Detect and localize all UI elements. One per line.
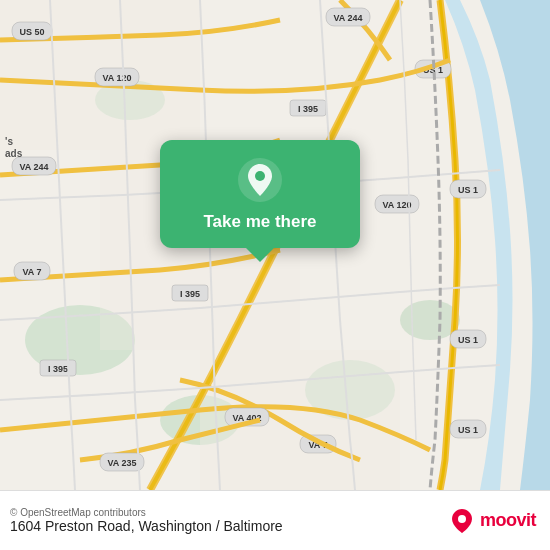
svg-text:'s: 's [5,136,13,147]
svg-text:ads: ads [5,148,23,159]
svg-text:VA 235: VA 235 [107,458,136,468]
svg-text:I 395: I 395 [180,289,200,299]
take-me-there-button[interactable]: Take me there [203,212,316,232]
svg-point-45 [458,515,466,523]
moovit-pin-icon [448,507,476,535]
svg-text:VA 244: VA 244 [19,162,48,172]
map-attribution: © OpenStreetMap contributors [10,507,283,518]
moovit-logo: moovit [448,507,536,535]
svg-text:US 1: US 1 [458,335,478,345]
map-view: I 395 I 395 I 395 US 1 US 1 US 1 US 1 VA… [0,0,550,490]
svg-text:VA 7: VA 7 [22,267,41,277]
bottom-bar: © OpenStreetMap contributors 1604 Presto… [0,490,550,550]
location-pin-icon [238,158,282,202]
moovit-brand-label: moovit [480,510,536,531]
navigation-popup[interactable]: Take me there [160,140,360,248]
address-label: 1604 Preston Road, Washington / Baltimor… [10,518,283,534]
svg-point-44 [255,171,265,181]
svg-text:VA 120: VA 120 [102,73,131,83]
svg-text:US 1: US 1 [458,425,478,435]
address-section: © OpenStreetMap contributors 1604 Presto… [10,507,283,534]
svg-text:I 395: I 395 [48,364,68,374]
svg-text:I 395: I 395 [298,104,318,114]
svg-text:VA 244: VA 244 [333,13,362,23]
svg-text:US 50: US 50 [19,27,44,37]
svg-text:VA 120: VA 120 [382,200,411,210]
svg-text:US 1: US 1 [458,185,478,195]
